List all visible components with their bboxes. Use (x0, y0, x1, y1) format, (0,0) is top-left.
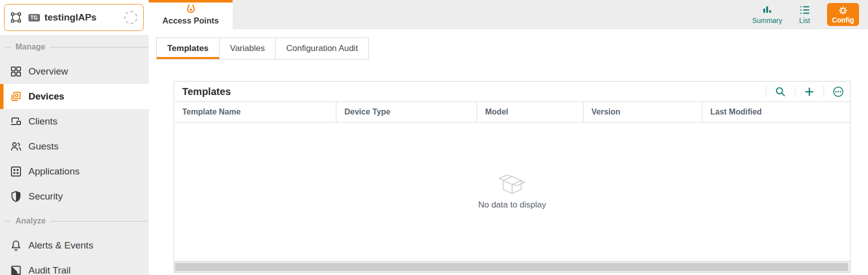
tab-variables[interactable]: Variables (219, 38, 276, 60)
column-label: Device Type (344, 108, 390, 116)
add-template-icon[interactable] (804, 86, 815, 98)
divider (824, 86, 824, 98)
group-frame-icon (10, 12, 21, 23)
sidebar-item-audit-trail[interactable]: Audit Trail (0, 258, 149, 275)
sidebar-item-label: Audit Trail (28, 265, 70, 275)
guests-icon (10, 140, 22, 152)
column-header-version[interactable]: Version (583, 102, 702, 122)
template-group-badge: TG (28, 14, 40, 22)
tab-templates[interactable]: Templates (156, 38, 220, 60)
sidebar-item-devices[interactable]: Devices (0, 84, 149, 109)
column-label: Model (485, 108, 508, 116)
summary-view-label: Summary (752, 16, 782, 24)
section-label: Analyze (15, 216, 45, 226)
column-label: Last Modified (710, 108, 762, 116)
config-subtabs: Templates Variables Configuration Audit (156, 38, 369, 60)
scrollbar-thumb[interactable] (175, 263, 848, 271)
column-header-last-modified[interactable]: Last Modified (702, 102, 850, 122)
panel-actions (766, 86, 844, 98)
column-header-model[interactable]: Model (477, 102, 583, 122)
tab-label: Configuration Audit (286, 44, 358, 54)
column-header-device-type[interactable]: Device Type (336, 102, 477, 122)
sidebar-item-label: Overview (28, 66, 68, 77)
audit-trail-icon (10, 264, 22, 275)
shield-icon (10, 190, 22, 202)
sidebar-section-manage: Manage (0, 35, 149, 59)
panel-header: Templates (174, 82, 850, 102)
divider (50, 221, 149, 222)
bell-icon (10, 240, 22, 252)
sidebar-item-label: Clients (28, 116, 57, 127)
sidebar-item-label: Security (28, 191, 63, 202)
sidebar-item-label: Devices (28, 91, 64, 102)
sidebar-item-guests[interactable]: Guests (0, 134, 149, 159)
divider (4, 221, 11, 222)
applications-icon (10, 166, 22, 178)
access-point-icon (185, 3, 197, 16)
divider (766, 86, 766, 98)
summary-view-button[interactable]: Summary (752, 4, 782, 24)
tab-label: Variables (230, 44, 265, 54)
bar-chart-icon (762, 4, 773, 16)
sidebar-item-label: Guests (28, 141, 58, 152)
divider (4, 47, 11, 48)
config-view-button[interactable]: Config (827, 3, 859, 26)
config-view-label: Config (832, 16, 854, 24)
sidebar-item-label: Alerts & Events (28, 240, 93, 251)
sidebar-menu: Manage Overview Devices (0, 35, 149, 275)
top-header-strip: Access Points Summary List (149, 0, 868, 29)
search-icon[interactable] (775, 86, 786, 98)
sidebar-item-alerts-events[interactable]: Alerts & Events (0, 233, 149, 258)
devices-icon (10, 90, 22, 102)
more-options-icon[interactable] (833, 86, 844, 98)
group-selector[interactable]: TG testingIAPs (4, 4, 144, 31)
tab-configuration-audit[interactable]: Configuration Audit (275, 38, 369, 60)
dashboard-icon (10, 66, 22, 78)
sidebar-item-overview[interactable]: Overview (0, 59, 149, 84)
table-header-row: Template Name Device Type Model Version … (174, 102, 850, 122)
table-body-empty: No data to display (174, 122, 850, 261)
group-name: testingIAPs (44, 12, 124, 23)
templates-panel: Templates Tem (174, 81, 851, 273)
sidebar-item-clients[interactable]: Clients (0, 109, 149, 134)
context-tab-label: Access Points (163, 16, 219, 26)
clients-icon (10, 116, 22, 128)
app-window: TG testingIAPs Manage Overview (0, 0, 868, 275)
sidebar-item-security[interactable]: Security (0, 184, 149, 209)
empty-box-icon (498, 174, 526, 197)
tab-label: Templates (167, 44, 209, 54)
divider (50, 47, 149, 48)
column-header-template-name[interactable]: Template Name (174, 102, 336, 122)
empty-state-message: No data to display (478, 200, 546, 210)
sidebar-item-label: Applications (28, 166, 79, 177)
gear-icon (838, 6, 848, 16)
view-controls: Summary List (752, 0, 859, 29)
list-view-button[interactable]: List (799, 4, 810, 24)
sync-status-icon (124, 11, 137, 24)
divider (795, 86, 795, 98)
column-label: Template Name (182, 108, 241, 116)
panel-title: Templates (182, 86, 231, 98)
sidebar-section-analyze: Analyze (0, 209, 149, 233)
horizontal-scrollbar (174, 261, 850, 272)
section-label: Manage (15, 42, 45, 52)
sidebar-item-applications[interactable]: Applications (0, 159, 149, 184)
list-icon (799, 4, 810, 16)
sidebar: TG testingIAPs Manage Overview (0, 0, 149, 275)
list-view-label: List (799, 16, 810, 24)
column-label: Version (591, 108, 620, 116)
context-tab-access-points[interactable]: Access Points (149, 0, 233, 29)
